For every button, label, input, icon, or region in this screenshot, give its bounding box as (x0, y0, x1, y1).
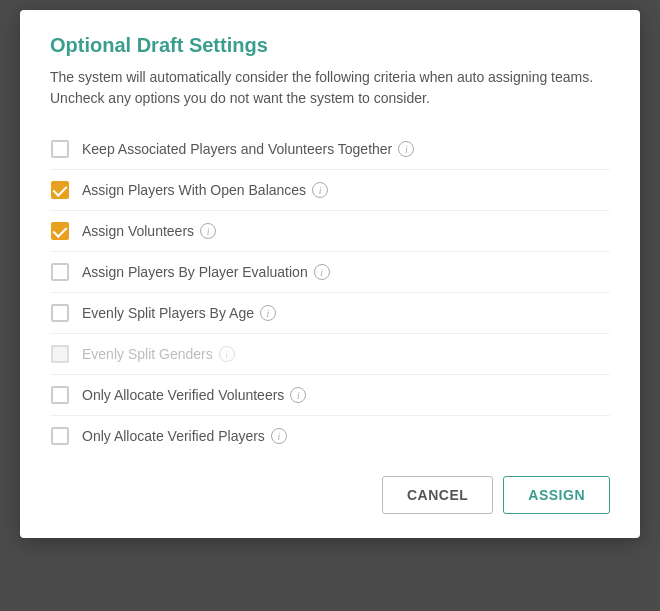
option-row-open-balances[interactable]: Assign Players With Open Balances i (50, 170, 610, 211)
checkbox-wrap-verified-volunteers (50, 385, 70, 405)
info-icon-keep-together[interactable]: i (398, 141, 414, 157)
info-icon-split-age[interactable]: i (260, 305, 276, 321)
checkbox-wrap-verified-players (50, 426, 70, 446)
option-label-keep-together[interactable]: Keep Associated Players and Volunteers T… (82, 141, 414, 157)
checkbox-wrap-open-balances (50, 180, 70, 200)
modal-container: Optional Draft Settings The system will … (20, 10, 640, 538)
option-row-split-genders[interactable]: Evenly Split Genders i (50, 334, 610, 375)
option-label-split-genders: Evenly Split Genders i (82, 346, 235, 362)
option-row-assign-volunteers[interactable]: Assign Volunteers i (50, 211, 610, 252)
assign-button[interactable]: ASSIGN (503, 476, 610, 514)
option-row-verified-players[interactable]: Only Allocate Verified Players i (50, 416, 610, 456)
option-label-verified-volunteers[interactable]: Only Allocate Verified Volunteers i (82, 387, 306, 403)
option-row-verified-volunteers[interactable]: Only Allocate Verified Volunteers i (50, 375, 610, 416)
option-row-keep-together[interactable]: Keep Associated Players and Volunteers T… (50, 129, 610, 170)
info-icon-assign-volunteers[interactable]: i (200, 223, 216, 239)
info-icon-open-balances[interactable]: i (312, 182, 328, 198)
checkbox-verified-volunteers[interactable] (51, 386, 69, 404)
checkbox-player-evaluation[interactable] (51, 263, 69, 281)
modal-footer: CANCEL ASSIGN (50, 476, 610, 514)
cancel-button[interactable]: CANCEL (382, 476, 493, 514)
options-list: Keep Associated Players and Volunteers T… (50, 129, 610, 456)
checkbox-split-age[interactable] (51, 304, 69, 322)
checkbox-wrap-split-genders (50, 344, 70, 364)
option-label-verified-players[interactable]: Only Allocate Verified Players i (82, 428, 287, 444)
modal-title: Optional Draft Settings (50, 34, 610, 57)
info-icon-verified-players[interactable]: i (271, 428, 287, 444)
info-icon-split-genders: i (219, 346, 235, 362)
option-label-assign-volunteers[interactable]: Assign Volunteers i (82, 223, 216, 239)
checkbox-assign-volunteers[interactable] (51, 222, 69, 240)
checkbox-wrap-split-age (50, 303, 70, 323)
option-label-player-evaluation[interactable]: Assign Players By Player Evaluation i (82, 264, 330, 280)
option-row-player-evaluation[interactable]: Assign Players By Player Evaluation i (50, 252, 610, 293)
info-icon-verified-volunteers[interactable]: i (290, 387, 306, 403)
checkbox-wrap-keep-together (50, 139, 70, 159)
checkbox-wrap-player-evaluation (50, 262, 70, 282)
checkbox-wrap-assign-volunteers (50, 221, 70, 241)
checkbox-keep-together[interactable] (51, 140, 69, 158)
checkbox-split-genders (51, 345, 69, 363)
modal-description: The system will automatically consider t… (50, 67, 610, 109)
option-label-split-age[interactable]: Evenly Split Players By Age i (82, 305, 276, 321)
option-label-open-balances[interactable]: Assign Players With Open Balances i (82, 182, 328, 198)
info-icon-player-evaluation[interactable]: i (314, 264, 330, 280)
option-row-split-age[interactable]: Evenly Split Players By Age i (50, 293, 610, 334)
checkbox-open-balances[interactable] (51, 181, 69, 199)
checkbox-verified-players[interactable] (51, 427, 69, 445)
